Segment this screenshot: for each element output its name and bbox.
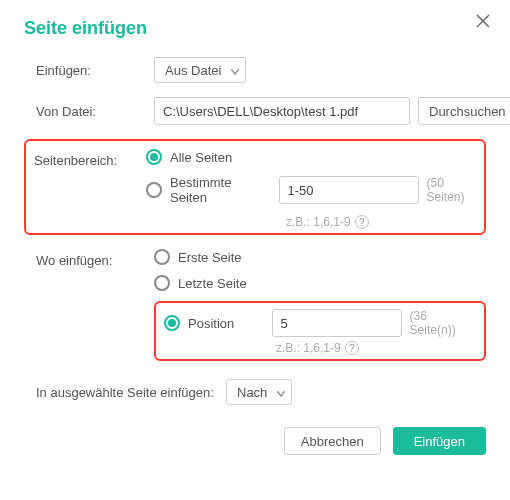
radio-all-pages[interactable]	[146, 149, 162, 165]
where-label: Wo einfügen:	[36, 249, 154, 361]
insert-label: Einfügen:	[36, 63, 154, 78]
radio-all-pages-label: Alle Seiten	[170, 150, 232, 165]
radio-some-pages[interactable]	[146, 182, 162, 198]
radio-first-page[interactable]	[154, 249, 170, 265]
radio-first-page-label: Erste Seite	[178, 250, 242, 265]
help-icon[interactable]: ?	[345, 341, 359, 355]
relative-value: Nach	[237, 385, 267, 400]
relative-select[interactable]: Nach	[226, 379, 292, 405]
insert-page-dialog: Seite einfügen Einfügen: Aus Datei Von D…	[0, 0, 510, 475]
position-highlight: Position (36 Seite(n)) z.B.: 1,6,1-9 ?	[154, 301, 486, 361]
browse-button[interactable]: Durchsuchen	[418, 97, 510, 125]
from-file-label: Von Datei:	[36, 104, 154, 119]
help-icon[interactable]: ?	[355, 215, 369, 229]
position-input[interactable]	[272, 309, 402, 337]
close-button[interactable]	[476, 14, 490, 28]
page-range-input[interactable]	[279, 176, 419, 204]
radio-some-pages-label: Bestimmte Seiten	[170, 175, 267, 205]
position-hint: z.B.: 1,6,1-9	[276, 341, 341, 355]
position-count: (36 Seite(n))	[410, 309, 476, 337]
insert-source-select[interactable]: Aus Datei	[154, 57, 246, 83]
radio-position-label: Position	[188, 316, 272, 331]
radio-position[interactable]	[164, 315, 180, 331]
relative-label: In ausgewählte Seite einfügen:	[36, 385, 226, 400]
insert-source-value: Aus Datei	[165, 63, 221, 78]
page-range-count: (50 Seiten)	[427, 176, 479, 204]
page-range-highlight: Seitenbereich: Alle Seiten Bestimmte Sei…	[24, 139, 486, 235]
file-path-input[interactable]	[154, 97, 410, 125]
page-range-label: Seitenbereich:	[34, 149, 146, 229]
dialog-title: Seite einfügen	[24, 18, 486, 39]
insert-button[interactable]: Einfügen	[393, 427, 486, 455]
chevron-down-icon	[277, 385, 285, 400]
close-icon	[476, 14, 490, 28]
radio-last-page[interactable]	[154, 275, 170, 291]
cancel-button[interactable]: Abbrechen	[284, 427, 381, 455]
chevron-down-icon	[231, 63, 239, 78]
radio-last-page-label: Letzte Seite	[178, 276, 247, 291]
page-range-hint: z.B.: 1,6,1-9	[286, 215, 351, 229]
